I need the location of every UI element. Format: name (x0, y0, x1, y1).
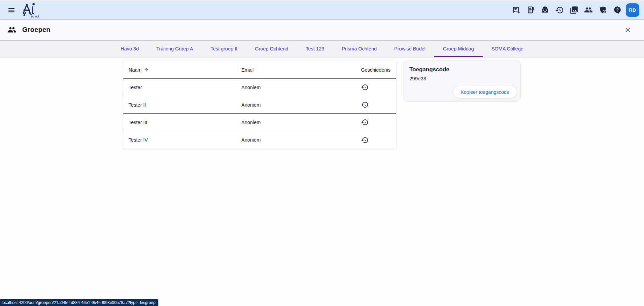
column-header-naam[interactable]: Naam (123, 67, 241, 73)
access-code-value: 299e23 (409, 76, 514, 81)
app-bar-icons: ? (512, 6, 622, 14)
copy-access-code-button[interactable]: Kopieer toegangscode (453, 86, 517, 98)
access-code-card: Toegangscode 299e23 Kopieer toegangscode (403, 61, 521, 102)
table-header-row: Naam Email Geschiedenis (123, 61, 396, 79)
top-app-bar: school (0, 1, 644, 19)
tab-test-groep-ii[interactable]: Test groep II (202, 40, 246, 57)
people-icon (7, 25, 16, 34)
app-logo[interactable]: school (20, 2, 41, 18)
table-row: Tester III Anoniem (123, 114, 396, 131)
row-history-button[interactable] (359, 99, 371, 111)
shield-user-icon[interactable] (599, 6, 607, 14)
row-email: Anoniem (241, 85, 333, 90)
app-viewport: school (0, 0, 644, 306)
content-area: Naam Email Geschiedenis Tester Anoniem (0, 58, 644, 299)
tab-training-groep-a[interactable]: Training Groep A (147, 40, 202, 57)
add-comment-icon[interactable] (512, 6, 520, 14)
photo-library-icon[interactable] (570, 6, 578, 14)
row-history-button[interactable] (359, 116, 371, 128)
group-icon[interactable] (584, 6, 593, 14)
group-tabs: Havo 3d Training Groep A Test groep II G… (0, 40, 644, 58)
naam-header-label: Naam (129, 67, 142, 73)
table-row: Tester II Anoniem (123, 96, 396, 114)
robot-icon[interactable] (541, 6, 549, 14)
row-naam: Tester IV (123, 137, 241, 143)
help-icon[interactable]: ? (613, 6, 622, 14)
menu-icon[interactable] (5, 3, 18, 17)
row-naam: Tester III (123, 120, 241, 125)
access-code-title: Toegangscode (409, 66, 514, 73)
tab-test-123[interactable]: Test 123 (297, 40, 333, 57)
table-row: Tester IV Anoniem (123, 131, 396, 149)
row-history-button[interactable] (359, 81, 371, 93)
page-header: Groepen (0, 19, 644, 40)
row-history-button[interactable] (359, 134, 371, 146)
tab-prowise-budel[interactable]: Prowise Budel (385, 40, 434, 57)
column-header-email[interactable]: Email (241, 67, 333, 73)
column-header-geschiedenis: Geschiedenis (333, 67, 396, 73)
close-icon[interactable] (622, 24, 634, 36)
row-naam: Tester (123, 85, 241, 90)
tab-groep-middag[interactable]: Groep Middag (434, 40, 483, 57)
page-title: Groepen (22, 26, 50, 34)
tab-havo-3d[interactable]: Havo 3d (112, 40, 147, 57)
table-row: Tester Anoniem (123, 79, 396, 96)
tab-soma-college[interactable]: SOMA College (483, 40, 532, 57)
transcript-mic-icon[interactable] (526, 6, 535, 14)
row-email: Anoniem (241, 102, 333, 108)
sort-asc-arrow-icon (144, 67, 149, 72)
tab-prisma-ochtend[interactable]: Prisma Ochtend (333, 40, 385, 57)
status-url-bubble: localhost:4200/auth/groepen/21a04fef-d88… (0, 299, 159, 306)
svg-text:school: school (31, 15, 39, 18)
row-email: Anoniem (241, 120, 333, 125)
members-table: Naam Email Geschiedenis Tester Anoniem (123, 61, 396, 149)
row-email: Anoniem (241, 137, 333, 143)
svg-text:?: ? (616, 7, 619, 12)
user-avatar[interactable]: RD (626, 3, 639, 17)
history-icon[interactable] (555, 6, 564, 14)
tab-groep-ochtend[interactable]: Groep Ochtend (246, 40, 297, 57)
row-naam: Tester II (123, 102, 241, 108)
